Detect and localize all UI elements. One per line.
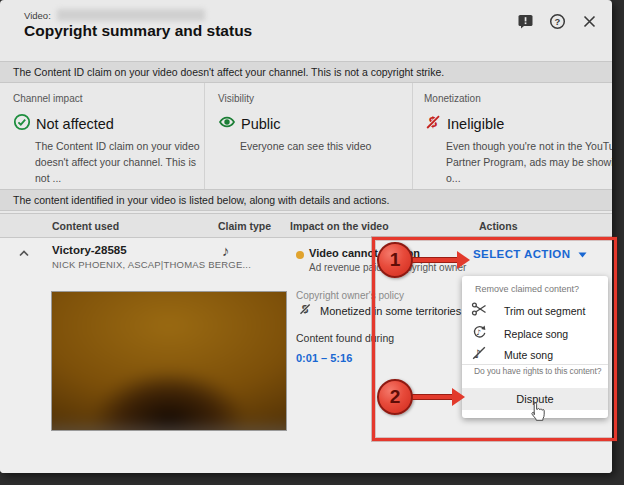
annotation-step-2-badge: 2 bbox=[377, 379, 413, 415]
content-info-banner: The content identified in your video is … bbox=[0, 189, 612, 211]
visibility-label: Visibility bbox=[218, 93, 412, 104]
annotation-step-1-badge: 1 bbox=[377, 242, 413, 278]
monetization-status: Ineligible bbox=[447, 116, 504, 132]
visibility-description: Everyone can see this video bbox=[240, 139, 412, 155]
policy-dollar-slash-icon: $ bbox=[298, 302, 312, 320]
visibility-status: Public bbox=[241, 116, 281, 132]
content-title: Victory-28585 bbox=[52, 244, 127, 256]
video-label: Video: bbox=[24, 10, 51, 21]
column-header-impact: Impact on the video bbox=[290, 220, 389, 232]
channel-impact-label: Channel impact bbox=[13, 93, 204, 104]
video-label-line: Video: bbox=[24, 9, 205, 21]
table-header: Content used Claim type Impact on the vi… bbox=[0, 213, 612, 238]
column-header-actions: Actions bbox=[479, 220, 518, 232]
visibility-column: Visibility Public Everyone can see this … bbox=[205, 83, 413, 189]
column-header-content-used: Content used bbox=[52, 220, 119, 232]
timestamp-link[interactable]: 0:01 – 5:16 bbox=[296, 352, 352, 364]
chevron-up-icon[interactable] bbox=[16, 245, 32, 261]
header-icon-group: ? bbox=[516, 12, 598, 30]
video-thumbnail bbox=[51, 291, 287, 431]
help-icon[interactable]: ? bbox=[548, 12, 566, 30]
summary-section: Channel impact Not affected The Content … bbox=[0, 83, 612, 189]
channel-impact-description: The Content ID claim on your video doesn… bbox=[35, 139, 207, 186]
monetization-description: Even though you're not in the YouTube Pa… bbox=[446, 139, 612, 186]
close-icon[interactable] bbox=[580, 12, 598, 30]
feedback-icon[interactable] bbox=[516, 12, 534, 30]
dialog-title: Copyright summary and status bbox=[24, 22, 252, 40]
claim-status-dot bbox=[296, 251, 304, 259]
check-circle-icon bbox=[13, 113, 31, 135]
blurred-frame bbox=[51, 291, 287, 431]
hand-cursor-icon bbox=[528, 400, 548, 427]
eye-icon bbox=[218, 113, 236, 135]
column-header-claim-type: Claim type bbox=[218, 220, 271, 232]
music-note-icon: ♪ bbox=[222, 242, 230, 259]
claim-info-text: The Content ID claim on your video doesn… bbox=[13, 66, 444, 78]
content-info-text: The content identified in your video is … bbox=[13, 194, 389, 206]
channel-impact-status: Not affected bbox=[36, 116, 114, 132]
blurred-video-title bbox=[57, 9, 205, 21]
svg-text:?: ? bbox=[554, 16, 560, 27]
screenshot-canvas: Video: Copyright summary and status ? bbox=[0, 0, 624, 485]
claim-info-banner: The Content ID claim on your video doesn… bbox=[0, 61, 612, 83]
content-artist: NICK PHOENIX, ASCAP|THOMAS BERGE... bbox=[52, 259, 251, 270]
channel-impact-column: Channel impact Not affected The Content … bbox=[0, 83, 205, 189]
dollar-slash-icon: $ bbox=[424, 113, 442, 135]
monetization-column: Monetization $ Ineligible Even though yo… bbox=[413, 83, 612, 189]
monetization-label: Monetization bbox=[424, 93, 612, 104]
